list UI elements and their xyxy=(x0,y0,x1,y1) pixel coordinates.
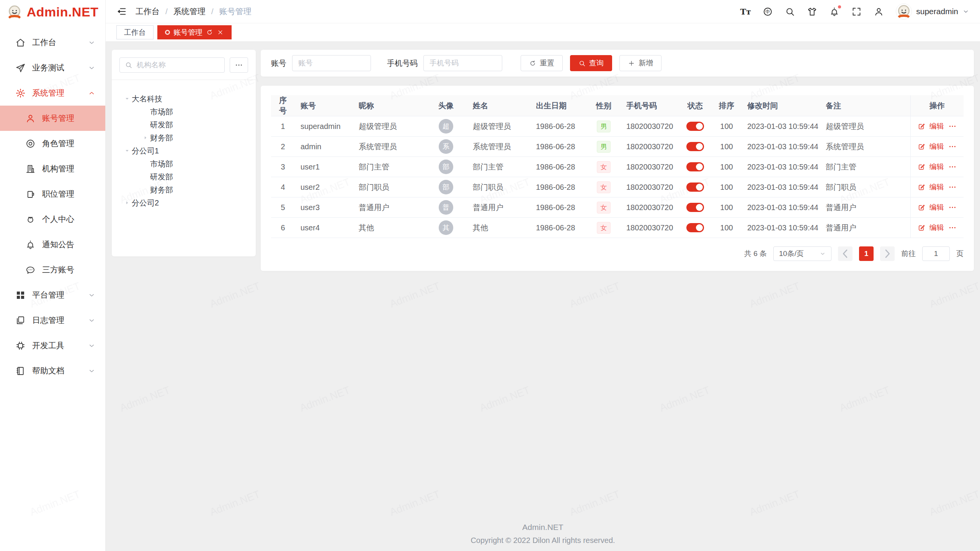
status-toggle[interactable] xyxy=(686,122,704,131)
sidebar-item-通知公告[interactable]: 通知公告 xyxy=(0,232,105,257)
more-actions-button[interactable] xyxy=(948,203,957,212)
notification-icon[interactable] xyxy=(829,7,840,17)
more-actions-button[interactable] xyxy=(948,163,957,171)
sidebar-item-日志管理[interactable]: 日志管理 xyxy=(0,308,105,333)
edit-button[interactable]: 编辑 xyxy=(929,223,944,233)
sidebar-item-工作台[interactable]: 工作台 xyxy=(0,30,105,55)
tshirt-icon xyxy=(807,7,817,17)
fullscreen-icon[interactable] xyxy=(851,7,862,17)
sidebar-item-个人中心[interactable]: 个人中心 xyxy=(0,207,105,232)
chevDown-icon xyxy=(88,342,95,349)
more-actions-button[interactable] xyxy=(948,122,957,130)
edit-button[interactable]: 编辑 xyxy=(929,142,944,152)
search-button[interactable]: 查询 xyxy=(570,55,612,71)
tree-node-财务部[interactable]: 财务部 xyxy=(119,183,248,196)
edit-icon[interactable] xyxy=(918,163,925,171)
goto-page-input[interactable] xyxy=(922,246,950,261)
search-icon[interactable] xyxy=(785,7,795,17)
phone-input[interactable] xyxy=(423,55,502,71)
cell-index: 6 xyxy=(271,218,295,238)
language-icon[interactable]: 中 xyxy=(763,7,773,17)
more-actions-button[interactable] xyxy=(948,183,957,191)
breadcrumb-item[interactable]: 工作台 xyxy=(136,6,160,17)
status-toggle[interactable] xyxy=(686,203,704,212)
cell-phone: 18020030720 xyxy=(621,116,679,137)
edit-icon[interactable] xyxy=(918,143,925,150)
status-toggle[interactable] xyxy=(686,142,704,151)
tree-node-大名科技[interactable]: 大名科技 xyxy=(119,92,248,105)
cell-status xyxy=(679,116,712,137)
profile-icon[interactable] xyxy=(874,7,884,17)
edit-icon[interactable] xyxy=(918,224,925,231)
theme-icon[interactable] xyxy=(807,7,817,17)
sidebar-item-三方账号[interactable]: 三方账号 xyxy=(0,257,105,282)
sidebar-item-平台管理[interactable]: 平台管理 xyxy=(0,282,105,308)
plus-icon xyxy=(628,60,635,67)
goto-suffix: 页 xyxy=(956,249,964,259)
sidebar-item-label: 个人中心 xyxy=(42,214,74,225)
sidebar-item-开发工具[interactable]: 开发工具 xyxy=(0,333,105,358)
edit-icon xyxy=(918,204,925,211)
menu-fold-icon[interactable] xyxy=(116,6,127,17)
cell-birth: 1986-06-28 xyxy=(530,157,587,177)
dots-icon xyxy=(948,203,957,212)
prev-page-button[interactable] xyxy=(838,246,853,261)
tree-node-分公司2[interactable]: 分公司2 xyxy=(119,196,248,209)
account-input[interactable] xyxy=(292,55,371,71)
gear-icon xyxy=(15,88,26,98)
font-size-icon[interactable]: Tт xyxy=(740,7,751,17)
tree-node-研发部[interactable]: 研发部 xyxy=(119,118,248,131)
edit-button[interactable]: 编辑 xyxy=(929,121,944,131)
dots-icon xyxy=(948,122,957,130)
tree-node-市场部[interactable]: 市场部 xyxy=(119,157,248,170)
edit-icon[interactable] xyxy=(918,122,925,130)
page-1-button[interactable]: 1 xyxy=(859,246,874,261)
more-actions-button[interactable] xyxy=(948,142,957,151)
sidebar-item-机构管理[interactable]: 机构管理 xyxy=(0,156,105,181)
sidebar-item-账号管理[interactable]: 账号管理 xyxy=(0,106,105,131)
next-page-button[interactable] xyxy=(880,246,895,261)
tree-node-分公司1[interactable]: 分公司1 xyxy=(119,144,248,157)
tab-账号管理[interactable]: 账号管理 xyxy=(157,25,232,39)
cell-order: 100 xyxy=(712,218,742,238)
org-search-input[interactable] xyxy=(136,60,219,70)
table-row: 5user3普通用户普普通用户1986-06-28女18020030720100… xyxy=(271,197,964,218)
edit-button[interactable]: 编辑 xyxy=(929,182,944,192)
cell-avatar: 系 xyxy=(425,137,467,157)
tree-more-button[interactable] xyxy=(230,57,248,73)
chevDown-icon xyxy=(88,39,95,46)
chevron-down-icon xyxy=(88,39,95,46)
edit-button[interactable]: 编辑 xyxy=(929,162,944,172)
status-toggle[interactable] xyxy=(686,223,704,232)
tree-node-研发部[interactable]: 研发部 xyxy=(119,170,248,183)
mascot-icon xyxy=(7,4,22,20)
close-icon[interactable] xyxy=(217,29,224,36)
globe-icon: 中 xyxy=(763,7,773,17)
edit-icon[interactable] xyxy=(918,204,925,211)
status-toggle[interactable] xyxy=(686,183,704,192)
sidebar-item-帮助文档[interactable]: 帮助文档 xyxy=(0,358,105,383)
add-button[interactable]: 新增 xyxy=(619,55,662,71)
edit-button[interactable]: 编辑 xyxy=(929,202,944,212)
caret-icon xyxy=(122,200,132,206)
page-size-select[interactable]: 10条/页 xyxy=(773,246,831,261)
cell-gender: 男 xyxy=(587,137,621,157)
tree-node-市场部[interactable]: 市场部 xyxy=(119,105,248,118)
sidebar-item-角色管理[interactable]: 角色管理 xyxy=(0,131,105,156)
search-icon xyxy=(578,60,586,67)
edit-icon[interactable] xyxy=(918,183,925,191)
reset-button[interactable]: 重置 xyxy=(521,55,563,71)
sidebar-item-职位管理[interactable]: 职位管理 xyxy=(0,181,105,207)
tab-工作台[interactable]: 工作台 xyxy=(116,25,154,39)
logo: Admin.NET xyxy=(0,0,105,24)
chevron-up-icon xyxy=(88,90,95,97)
refresh-icon[interactable] xyxy=(206,29,213,36)
sidebar-item-业务测试[interactable]: 业务测试 xyxy=(0,55,105,80)
more-actions-button[interactable] xyxy=(948,223,957,232)
tree-node-财务部[interactable]: 财务部 xyxy=(119,131,248,144)
status-toggle[interactable] xyxy=(686,162,704,171)
user-menu[interactable]: superadmin xyxy=(896,3,969,20)
chevron-right-icon xyxy=(880,246,895,261)
sidebar-item-系统管理[interactable]: 系统管理 xyxy=(0,80,105,106)
breadcrumb-item[interactable]: 系统管理 xyxy=(173,6,206,17)
